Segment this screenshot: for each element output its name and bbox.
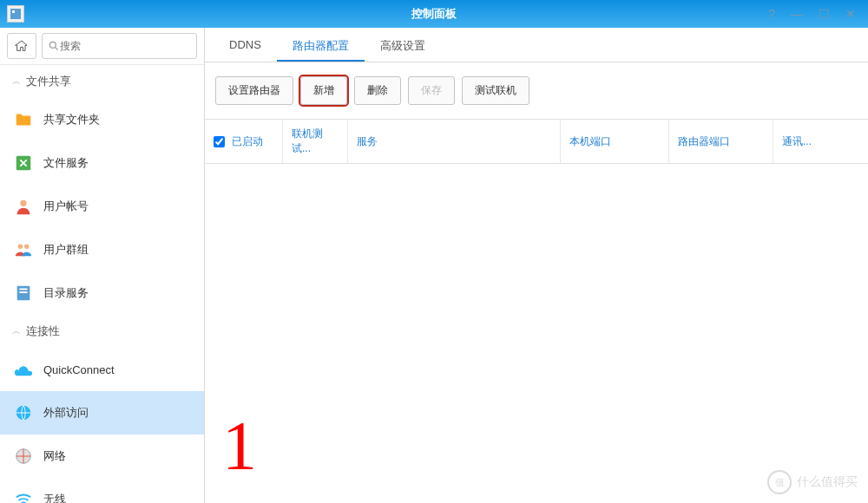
tab-ddns[interactable]: DDNS [214, 28, 277, 62]
watermark-text: 什么值得买 [797, 474, 858, 490]
search-icon [48, 40, 60, 52]
section-fileshare[interactable]: ︿ 文件共享 [0, 65, 204, 98]
test-connection-button[interactable]: 测试联机 [462, 76, 529, 105]
chevron-up-icon: ︿ [12, 75, 21, 88]
globe-icon [14, 403, 33, 422]
svg-rect-10 [19, 291, 27, 293]
svg-rect-0 [10, 9, 21, 19]
tab-router-config[interactable]: 路由器配置 [277, 28, 365, 62]
th-service[interactable]: 服务 [348, 120, 561, 163]
sidebar-item-network[interactable]: 网络 [0, 434, 204, 478]
window-title: 控制面板 [411, 6, 457, 22]
watermark: 值 什么值得买 [767, 470, 858, 494]
sidebar-item-directory-service[interactable]: 目录服务 [0, 271, 204, 315]
search-box[interactable] [42, 33, 197, 59]
nav-label: 无线 [43, 492, 66, 503]
sidebar-item-quickconnect[interactable]: QuickConnect [0, 348, 204, 391]
close-button[interactable]: ✕ [845, 7, 856, 21]
th-connection-test[interactable]: 联机测试... [283, 120, 348, 163]
th-router-port[interactable]: 路由器端口 [669, 120, 773, 163]
wifi-icon [14, 490, 33, 503]
quickconnect-icon [14, 360, 33, 379]
svg-rect-9 [19, 289, 27, 291]
folder-icon [14, 110, 33, 129]
th-local-port[interactable]: 本机端口 [561, 120, 669, 163]
annotation-number: 1 [222, 407, 257, 486]
sidebar-item-user-group[interactable]: 用户群组 [0, 228, 204, 271]
svg-point-6 [18, 245, 23, 250]
search-input[interactable] [60, 40, 191, 52]
nav-label: 用户群组 [43, 242, 89, 258]
svg-point-7 [24, 245, 29, 250]
home-button[interactable] [7, 33, 36, 59]
maximize-button[interactable]: ☐ [819, 7, 830, 21]
tab-advanced[interactable]: 高级设置 [365, 28, 441, 62]
section-connectivity[interactable]: ︿ 连接性 [0, 315, 204, 348]
setup-router-button[interactable]: 设置路由器 [215, 76, 293, 105]
nav-label: 共享文件夹 [43, 112, 100, 127]
save-button: 保存 [408, 76, 455, 105]
nav-label: 目录服务 [43, 285, 89, 301]
chevron-up-icon: ︿ [12, 325, 21, 337]
nav-label: 文件服务 [43, 155, 89, 171]
group-icon [14, 240, 33, 259]
file-service-icon [14, 154, 33, 173]
nav-label: QuickConnect [43, 363, 115, 376]
th-protocol[interactable]: 通讯... [773, 120, 821, 163]
network-icon [14, 447, 33, 466]
sidebar-item-shared-folder[interactable]: 共享文件夹 [0, 98, 204, 141]
sidebar-item-file-services[interactable]: 文件服务 [0, 141, 204, 185]
svg-line-3 [56, 48, 58, 50]
svg-point-5 [20, 200, 26, 206]
svg-rect-1 [12, 10, 15, 13]
sidebar-item-wireless[interactable]: 无线 [0, 478, 204, 503]
directory-icon [14, 284, 33, 303]
app-icon [7, 5, 24, 23]
watermark-icon: 值 [767, 470, 792, 494]
help-button[interactable]: ? [768, 7, 775, 21]
nav-label: 用户帐号 [43, 199, 89, 214]
delete-button[interactable]: 删除 [354, 76, 401, 105]
sidebar-item-user-account[interactable]: 用户帐号 [0, 185, 204, 228]
select-all-checkbox[interactable] [214, 136, 225, 147]
section-label: 连接性 [26, 323, 60, 339]
th-enabled[interactable]: 已启动 [205, 120, 283, 163]
sidebar-item-external-access[interactable]: 外部访问 [0, 391, 204, 434]
user-icon [14, 197, 33, 216]
nav-label: 外部访问 [43, 405, 89, 421]
table-header: 已启动 联机测试... 服务 本机端口 路由器端口 通讯... [205, 119, 868, 164]
add-button[interactable]: 新增 [300, 76, 347, 105]
section-label: 文件共享 [26, 74, 71, 89]
home-icon [15, 39, 29, 53]
nav-label: 网络 [43, 448, 66, 464]
svg-point-2 [49, 42, 56, 48]
minimize-button[interactable]: — [791, 7, 803, 21]
